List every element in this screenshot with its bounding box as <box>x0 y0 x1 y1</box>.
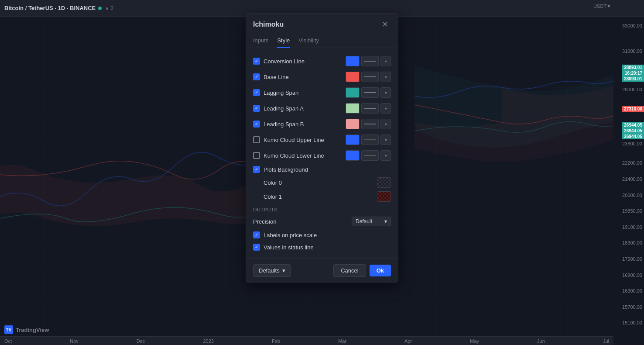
line-indicator <box>364 92 376 93</box>
tab-style[interactable]: Style <box>277 34 290 48</box>
row-precision: Precision Default ▾ <box>253 214 391 229</box>
modal-close-button[interactable]: ✕ <box>379 20 391 29</box>
modal-overlay: Ichimoku ✕ Inputs Style Visibility ✓ Con… <box>0 0 644 345</box>
label-plots-bg: Plots Background <box>264 166 391 173</box>
checkbox-leading-span-a[interactable]: ✓ <box>253 105 260 112</box>
line-style-base-line[interactable] <box>361 72 379 82</box>
color-swatch-lagging-span[interactable] <box>346 87 360 98</box>
line-style-kumo-lower[interactable] <box>361 150 379 161</box>
modal-tabs: Inputs Style Visibility <box>246 34 398 48</box>
line-indicator <box>364 124 376 124</box>
modal-footer: Defaults ▾ Cancel Ok <box>246 259 398 282</box>
row-labels-price-scale: ✓ Labels on price scale <box>253 229 391 241</box>
label-lagging-span: Lagging Span <box>264 90 342 96</box>
color-swatch-0[interactable] <box>377 177 391 188</box>
line-style-leading-span-b[interactable] <box>361 119 379 129</box>
checkbox-lagging-span[interactable]: ✓ <box>253 89 260 96</box>
tab-inputs[interactable]: Inputs <box>253 34 268 48</box>
controls-leading-span-b: ▾ <box>346 119 391 129</box>
color-swatch-leading-span-a[interactable] <box>346 103 360 114</box>
line-indicator <box>364 139 376 140</box>
row-base-line: ✓ Base Line ▾ <box>253 69 391 85</box>
controls-leading-span-a: ▾ <box>346 103 391 114</box>
row-color-1: Color 1 <box>253 190 391 204</box>
controls-base-line: ▾ <box>346 72 391 82</box>
line-indicator <box>364 76 376 77</box>
precision-value: Default <box>356 218 372 224</box>
check-icon: ✓ <box>255 59 258 63</box>
color-swatch-conversion-line[interactable] <box>346 56 360 66</box>
line-style-leading-span-a[interactable] <box>361 103 379 114</box>
precision-select[interactable]: Default ▾ <box>352 217 391 226</box>
checkbox-kumo-lower[interactable] <box>253 152 260 159</box>
line-indicator <box>364 155 376 156</box>
label-base-line: Base Line <box>264 74 342 80</box>
label-color-1: Color 1 <box>264 193 373 200</box>
chevron-leading-span-a[interactable]: ▾ <box>380 103 391 114</box>
defaults-button[interactable]: Defaults ▾ <box>253 264 291 277</box>
checkbox-values-status-line[interactable]: ✓ <box>253 244 260 251</box>
row-conversion-line: ✓ Conversion Line ▾ <box>253 53 391 69</box>
color-swatch-kumo-upper[interactable] <box>346 135 360 145</box>
modal-body: ✓ Conversion Line ▾ ✓ Base Line <box>246 48 398 259</box>
line-style-conversion-line[interactable] <box>361 56 379 66</box>
line-style-lagging-span[interactable] <box>361 87 379 98</box>
label-precision: Precision <box>253 218 348 225</box>
row-leading-span-a: ✓ Leading Span A ▾ <box>253 100 391 116</box>
check-icon: ✓ <box>255 167 258 172</box>
checkbox-kumo-upper[interactable] <box>253 136 260 143</box>
row-color-0: Color 0 <box>253 176 391 190</box>
label-conversion-line: Conversion Line <box>264 58 342 65</box>
check-icon: ✓ <box>255 106 258 110</box>
chevron-kumo-upper[interactable]: ▾ <box>380 135 391 145</box>
label-kumo-lower: Kumo Cloud Lower Line <box>264 152 342 159</box>
check-icon: ✓ <box>255 245 258 249</box>
controls-lagging-span: ▾ <box>346 87 391 98</box>
check-icon: ✓ <box>255 122 258 126</box>
checkbox-leading-span-b[interactable]: ✓ <box>253 121 260 128</box>
checkbox-conversion-line[interactable]: ✓ <box>253 58 260 65</box>
line-indicator <box>364 61 376 62</box>
check-icon: ✓ <box>255 75 258 79</box>
controls-kumo-upper: ▾ <box>346 135 391 145</box>
chevron-kumo-lower[interactable]: ▾ <box>380 150 391 161</box>
tab-visibility[interactable]: Visibility <box>298 34 319 48</box>
color-swatch-base-line[interactable] <box>346 72 360 82</box>
checkbox-labels-price-scale[interactable]: ✓ <box>253 231 260 238</box>
defaults-chevron-icon: ▾ <box>282 267 285 274</box>
row-kumo-upper: Kumo Cloud Upper Line ▾ <box>253 132 391 148</box>
section-outputs: OUTPUTS <box>253 204 391 214</box>
controls-kumo-lower: ▾ <box>346 150 391 161</box>
label-color-0: Color 0 <box>264 179 373 186</box>
row-lagging-span: ✓ Lagging Span ▾ <box>253 85 391 100</box>
row-kumo-lower: Kumo Cloud Lower Line ▾ <box>253 148 391 163</box>
label-values-status-line: Values in status line <box>264 244 391 251</box>
line-style-kumo-upper[interactable] <box>361 135 379 145</box>
chevron-conversion-line[interactable]: ▾ <box>380 56 391 66</box>
row-plots-bg: ✓ Plots Background <box>253 163 391 176</box>
label-kumo-upper: Kumo Cloud Upper Line <box>264 137 342 143</box>
chevron-lagging-span[interactable]: ▾ <box>380 87 391 98</box>
label-leading-span-b: Leading Span B <box>264 121 342 128</box>
modal-header: Ichimoku ✕ <box>246 14 398 34</box>
ichimoku-modal: Ichimoku ✕ Inputs Style Visibility ✓ Con… <box>246 13 398 283</box>
checkbox-plots-bg[interactable]: ✓ <box>253 166 260 173</box>
check-icon: ✓ <box>255 90 258 95</box>
chevron-leading-span-b[interactable]: ▾ <box>380 119 391 129</box>
color-swatch-kumo-lower[interactable] <box>346 150 360 161</box>
row-values-status-line: ✓ Values in status line <box>253 241 391 253</box>
label-leading-span-a: Leading Span A <box>264 105 342 112</box>
color-swatch-leading-span-b[interactable] <box>346 119 360 129</box>
precision-chevron-icon: ▾ <box>384 218 387 224</box>
controls-conversion-line: ▾ <box>346 56 391 66</box>
defaults-label: Defaults <box>259 267 280 274</box>
checkbox-base-line[interactable]: ✓ <box>253 73 260 80</box>
check-icon: ✓ <box>255 233 258 237</box>
cancel-button[interactable]: Cancel <box>333 264 366 277</box>
color-swatch-1[interactable] <box>377 191 391 202</box>
row-leading-span-b: ✓ Leading Span B ▾ <box>253 116 391 132</box>
label-labels-price-scale: Labels on price scale <box>264 232 391 238</box>
line-indicator <box>364 108 376 109</box>
ok-button[interactable]: Ok <box>370 265 391 276</box>
chevron-base-line[interactable]: ▾ <box>380 72 391 82</box>
